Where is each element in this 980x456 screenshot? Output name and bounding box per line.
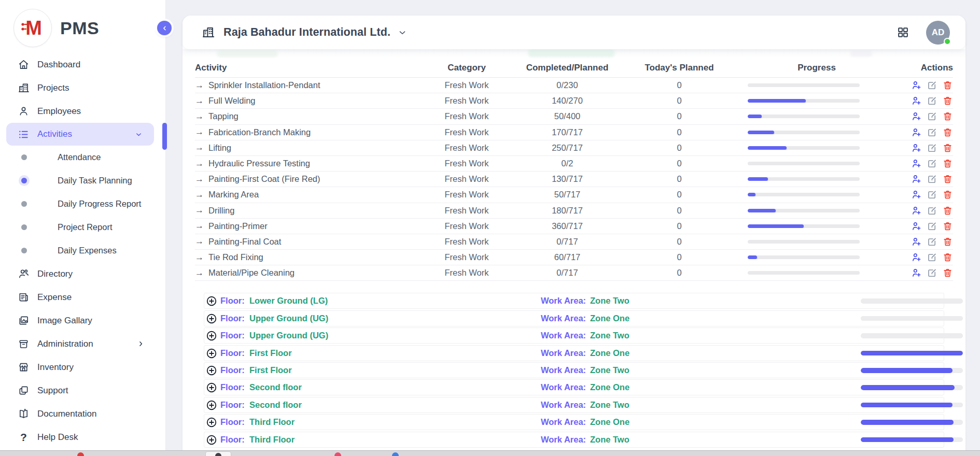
progress-bar-fill: [748, 177, 768, 181]
sidebar-item-support[interactable]: Support: [0, 379, 165, 402]
assign-user-button[interactable]: [911, 189, 922, 200]
expand-plus-icon[interactable]: [206, 417, 217, 428]
category-cell: Fresh Work: [421, 96, 512, 106]
todays-planned-cell: 0: [622, 206, 736, 216]
sidebar-item-daily-expenses[interactable]: Daily Expenses: [0, 239, 165, 262]
edit-button[interactable]: [927, 142, 937, 153]
sidebar-item-activities[interactable]: Activities: [6, 123, 154, 146]
sidebar-item-label: Project Report: [58, 222, 112, 232]
work-area-label: Work Area:: [541, 382, 586, 392]
expand-plus-icon[interactable]: [206, 400, 217, 411]
delete-button[interactable]: [942, 174, 953, 184]
delete-button[interactable]: [942, 142, 953, 153]
chevron-down-icon[interactable]: [398, 28, 407, 37]
progress-bar-track: [748, 115, 860, 118]
work-area-name: Zone Two: [590, 296, 629, 306]
edit-button[interactable]: [927, 267, 937, 278]
sidebar-item-dashboard[interactable]: Dashboard: [0, 53, 165, 76]
floor-name: Upper Ground (UG): [249, 314, 328, 323]
sidebar-item-daily-task-planning[interactable]: Daily Task Planning: [0, 169, 165, 192]
category-cell: Fresh Work: [421, 237, 512, 247]
delete-button[interactable]: [942, 221, 953, 232]
assign-user-button[interactable]: [911, 221, 922, 232]
completed-planned-cell: 50/717: [512, 190, 622, 200]
sidebar-collapse-button[interactable]: [157, 21, 172, 35]
arrow-right-icon: →: [195, 268, 204, 278]
edit-button[interactable]: [927, 95, 937, 106]
delete-button[interactable]: [942, 80, 953, 91]
progress-bar-fill: [748, 115, 762, 118]
sidebar-item-projects[interactable]: Projects: [0, 76, 165, 99]
sidebar-item-administration[interactable]: Administration: [0, 332, 165, 355]
work-area-label: Work Area:: [541, 435, 586, 445]
delete-button[interactable]: [942, 236, 953, 247]
edit-button[interactable]: [927, 111, 937, 122]
edit-button[interactable]: [927, 205, 937, 216]
expand-plus-icon[interactable]: [206, 348, 217, 359]
delete-button[interactable]: [942, 158, 953, 169]
expand-plus-icon[interactable]: [206, 365, 217, 376]
edit-button[interactable]: [927, 127, 937, 138]
sidebar-item-help-desk[interactable]: ? Help Desk: [0, 425, 165, 449]
expand-plus-icon[interactable]: [206, 330, 217, 341]
assign-user-button[interactable]: [911, 158, 922, 169]
sidebar-item-directory[interactable]: Directory: [0, 262, 165, 286]
floor-progress-track: [861, 437, 963, 443]
assign-user-button[interactable]: [911, 174, 922, 184]
todays-planned-cell: 0: [622, 237, 736, 247]
delete-button[interactable]: [942, 95, 953, 106]
assign-user-button[interactable]: [911, 127, 922, 138]
todays-planned-cell: 0: [622, 111, 736, 121]
floor-label: Floor:: [220, 382, 245, 392]
assign-user-button[interactable]: [911, 252, 922, 263]
bullet-icon-active: [21, 178, 27, 183]
edit-button[interactable]: [927, 189, 937, 200]
edit-button[interactable]: [927, 252, 937, 263]
sidebar-item-inventory[interactable]: Inventory: [0, 355, 165, 379]
completed-planned-cell: 140/270: [512, 96, 622, 106]
table-row: → Drilling Fresh Work 180/717 0: [195, 203, 953, 219]
edit-button[interactable]: [927, 221, 937, 232]
user-avatar[interactable]: AD: [926, 21, 950, 45]
assign-user-button[interactable]: [911, 111, 922, 122]
todays-planned-cell: 0: [622, 190, 736, 200]
completed-planned-cell: 130/717: [512, 174, 622, 184]
work-area-name: Zone Two: [590, 400, 629, 410]
expand-plus-icon[interactable]: [206, 313, 217, 324]
sidebar-item-image-gallary[interactable]: Image Gallary: [0, 309, 165, 332]
sidebar-item-attendance[interactable]: Attendance: [0, 146, 165, 169]
delete-button[interactable]: [942, 189, 953, 200]
apps-grid-icon[interactable]: [897, 26, 909, 39]
assign-user-button[interactable]: [911, 205, 922, 216]
expand-plus-icon[interactable]: [206, 295, 217, 307]
table-row: → Full Welding Fresh Work 140/270 0: [195, 93, 953, 109]
delete-button[interactable]: [942, 252, 953, 263]
sidebar-item-expense[interactable]: Expense: [0, 286, 165, 309]
delete-button[interactable]: [942, 267, 953, 278]
sidebar-item-employees[interactable]: Employees: [0, 99, 165, 123]
sidebar-item-daily-progress-report[interactable]: Daily Progress Report: [0, 192, 165, 216]
image-icon: [18, 315, 30, 326]
edit-button[interactable]: [927, 174, 937, 184]
delete-button[interactable]: [942, 111, 953, 122]
expand-plus-icon[interactable]: [206, 382, 217, 393]
assign-user-button[interactable]: [911, 267, 922, 278]
expand-plus-icon[interactable]: [206, 434, 217, 446]
scrolled-content-remnant: [528, 49, 615, 57]
delete-button[interactable]: [942, 205, 953, 216]
edit-button[interactable]: [927, 80, 937, 91]
floor-label: Floor:: [220, 400, 245, 410]
assign-user-button[interactable]: [911, 236, 922, 247]
activity-name: Marking Area: [208, 190, 259, 200]
activity-name: Painting-Final Coat: [208, 237, 281, 247]
edit-button[interactable]: [927, 236, 937, 247]
home-icon: [18, 59, 30, 70]
sidebar-item-documentation[interactable]: Documentation: [0, 402, 165, 425]
sidebar-item-project-report[interactable]: Project Report: [0, 216, 165, 239]
edit-button[interactable]: [927, 158, 937, 169]
assign-user-button[interactable]: [911, 95, 922, 106]
floor-name: First Floor: [249, 348, 292, 358]
assign-user-button[interactable]: [911, 142, 922, 153]
delete-button[interactable]: [942, 127, 953, 138]
assign-user-button[interactable]: [911, 80, 922, 91]
